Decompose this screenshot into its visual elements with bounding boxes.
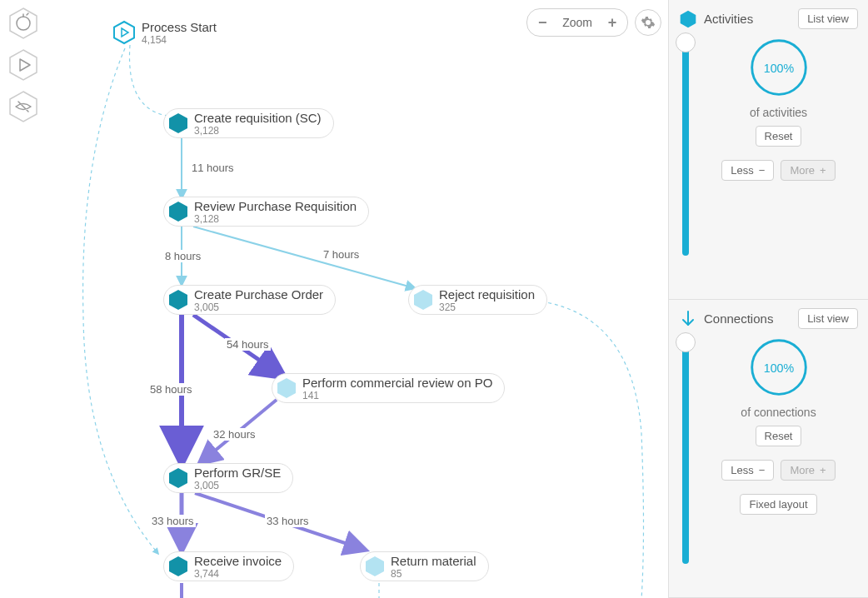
activities-title: Activities: [704, 12, 791, 26]
svg-marker-10: [169, 468, 187, 488]
svg-marker-8: [414, 290, 432, 310]
edge-label: 58 hours: [148, 383, 194, 396]
activities-listview-button[interactable]: List view: [798, 8, 858, 29]
plus-icon: +: [820, 464, 826, 476]
slider-thumb[interactable]: [676, 32, 696, 52]
fixed-layout-button[interactable]: Fixed layout: [740, 494, 816, 515]
connections-listview-button[interactable]: List view: [798, 308, 858, 329]
svg-marker-7: [169, 290, 187, 310]
activities-caption: of activities: [750, 106, 807, 119]
svg-marker-2: [10, 50, 37, 80]
connections-title: Connections: [704, 311, 791, 326]
node-return-material[interactable]: Return material85: [360, 551, 489, 581]
zoom-in-button[interactable]: +: [599, 12, 626, 32]
edge-label: 11 hours: [190, 162, 236, 174]
edge-label: 33 hours: [265, 515, 311, 527]
activities-slider[interactable]: [682, 39, 689, 256]
svg-marker-9: [277, 378, 296, 398]
plus-icon: +: [820, 164, 826, 177]
node-receive-invoice[interactable]: Receive invoice3,744: [163, 551, 294, 581]
edge-label: 33 hours: [150, 515, 196, 527]
edge-label: 8 hours: [163, 250, 202, 262]
settings-button[interactable]: [635, 9, 661, 36]
node-create-requisition[interactable]: Create requisition (SC)3,128: [163, 108, 334, 138]
svg-marker-4: [114, 22, 134, 43]
edge-label: 32 hours: [212, 428, 257, 441]
hexagon-icon: [679, 10, 697, 28]
tool-mode-button[interactable]: [7, 7, 40, 40]
svg-text:100%: 100%: [763, 361, 794, 375]
connections-reset-button[interactable]: Reset: [756, 426, 802, 446]
zoom-control: − Zoom +: [526, 8, 628, 37]
process-canvas[interactable]: Process Start 4,154 Create requisition (…: [0, 0, 668, 598]
svg-text:100%: 100%: [763, 62, 794, 75]
svg-marker-11: [169, 556, 187, 576]
activities-section: Activities List view 100% of activities …: [669, 0, 868, 300]
minus-icon: −: [759, 164, 766, 177]
svg-marker-0: [10, 8, 37, 38]
svg-marker-13: [681, 10, 696, 27]
node-create-po[interactable]: Create Purchase Order3,005: [163, 285, 336, 315]
right-panel: Activities List view 100% of activities …: [668, 0, 868, 598]
start-label: Process Start: [142, 21, 217, 33]
connections-section: Connections List view 100% of connection…: [669, 300, 868, 598]
node-perform-grse[interactable]: Perform GR/SE3,005: [163, 463, 293, 493]
activities-reset-button[interactable]: Reset: [756, 126, 802, 147]
tool-play-button[interactable]: [7, 48, 40, 82]
connections-slider[interactable]: [682, 339, 689, 564]
slider-thumb[interactable]: [676, 332, 696, 352]
process-start-node[interactable]: Process Start 4,154: [112, 20, 217, 45]
minus-icon: −: [759, 464, 766, 476]
connections-caption: of connections: [741, 406, 816, 419]
svg-marker-5: [169, 113, 187, 133]
gear-icon: [641, 15, 656, 30]
activities-more-button[interactable]: More+: [781, 160, 835, 181]
svg-marker-6: [169, 202, 187, 222]
tool-visibility-button[interactable]: [7, 90, 40, 123]
start-count: 4,154: [142, 35, 217, 45]
edge-label: 54 hours: [225, 338, 271, 351]
connections-less-button[interactable]: Less−: [721, 460, 774, 481]
arrow-down-icon: [679, 310, 697, 328]
activities-less-button[interactable]: Less−: [721, 160, 774, 181]
connections-gauge: 100%: [747, 336, 811, 399]
node-reject-requisition[interactable]: Reject requisition325: [408, 285, 547, 315]
left-toolbar: [7, 7, 40, 123]
zoom-out-button[interactable]: −: [529, 12, 556, 32]
edge-label: 7 hours: [322, 248, 361, 261]
zoom-bar: − Zoom +: [526, 8, 661, 37]
zoom-label: Zoom: [556, 16, 599, 29]
activities-gauge: 100%: [747, 36, 811, 99]
connections-more-button[interactable]: More+: [781, 460, 835, 481]
node-review-requisition[interactable]: Review Purchase Requisition3,128: [163, 197, 369, 227]
svg-marker-12: [366, 556, 384, 576]
node-commercial-review[interactable]: Perform commercial review on PO141: [272, 373, 505, 403]
